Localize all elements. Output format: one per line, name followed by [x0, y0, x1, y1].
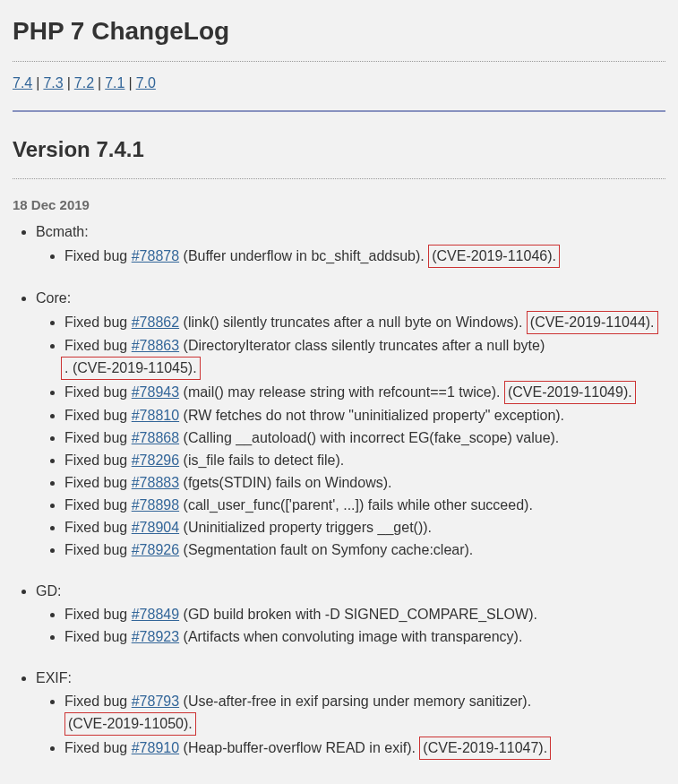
bug-item: Fixed bug #78296 (is_file fails to detec…	[64, 450, 665, 471]
bug-link[interactable]: #78862	[132, 314, 179, 330]
section-name: Core:	[36, 290, 71, 306]
bug-prefix: Fixed bug	[64, 542, 132, 557]
section-item: Bcmath:Fixed bug #78878 (Buffer underflo…	[36, 221, 665, 268]
bug-description: (call_user_func(['parent', ...]) fails w…	[179, 497, 533, 513]
bug-item: Fixed bug #78898 (call_user_func(['paren…	[64, 495, 665, 516]
bug-link[interactable]: #78868	[132, 430, 179, 445]
page-title: PHP 7 ChangeLog	[13, 13, 665, 62]
bug-item: Fixed bug #78923 (Artifacts when convolu…	[64, 626, 665, 648]
bug-prefix: Fixed bug	[64, 497, 132, 513]
bug-description: (Calling __autoload() with incorrect EG(…	[179, 430, 559, 445]
bug-prefix: Fixed bug	[64, 475, 132, 490]
version-link[interactable]: 7.3	[43, 75, 63, 90]
bug-description: (Uninitialized property triggers __get()…	[179, 520, 432, 535]
bug-prefix: Fixed bug	[64, 740, 132, 755]
bug-description: (Artifacts when convoluting image with t…	[179, 629, 522, 644]
bug-link[interactable]: #78926	[132, 542, 179, 557]
cve-badge: (CVE-2019-11047).	[419, 737, 551, 760]
bug-link[interactable]: #78878	[132, 248, 179, 263]
nav-separator: |	[36, 75, 39, 90]
bug-description: (Buffer underflow in bc_shift_addsub).	[179, 248, 428, 263]
bug-item: Fixed bug #78862 (link() silently trunca…	[64, 311, 665, 334]
changelog-sections: Bcmath:Fixed bug #78878 (Buffer underflo…	[13, 221, 665, 785]
bug-description: (Use-after-free in exif parsing under me…	[179, 694, 531, 709]
version-link[interactable]: 7.2	[74, 75, 94, 90]
nav-separator: |	[98, 75, 101, 90]
nav-separator: |	[128, 75, 132, 90]
bug-prefix: Fixed bug	[64, 338, 132, 353]
bug-description: (Heap-buffer-overflow READ in exif).	[179, 740, 419, 755]
bug-list: Fixed bug #78862 (link() silently trunca…	[36, 311, 665, 561]
bug-item: Fixed bug #78910 (Heap-buffer-overflow R…	[64, 737, 665, 760]
bug-link[interactable]: #78793	[132, 694, 179, 709]
bug-list: Fixed bug #78849 (GD build broken with -…	[36, 604, 665, 648]
bug-prefix: Fixed bug	[64, 430, 132, 445]
version-nav: 7.4|7.3|7.2|7.1|7.0	[13, 73, 665, 112]
bug-item: Fixed bug #78793 (Use-after-free in exif…	[64, 691, 665, 736]
bug-link[interactable]: #78904	[132, 520, 179, 535]
cve-badge: (CVE-2019-11046).	[428, 245, 560, 268]
cve-badge: (CVE-2019-11049).	[504, 381, 636, 404]
cve-badge: (CVE-2019-11050).	[64, 712, 196, 736]
bug-description: (RW fetches do not throw "uninitialized …	[179, 408, 564, 423]
bug-prefix: Fixed bug	[64, 607, 132, 622]
bug-prefix: Fixed bug	[64, 520, 132, 535]
cve-badge: (CVE-2019-11044).	[527, 311, 658, 334]
bug-description: (GD build broken with -D SIGNED_COMPARE_…	[179, 607, 537, 622]
section-item: Core:Fixed bug #78862 (link() silently t…	[36, 288, 665, 561]
bug-link[interactable]: #78898	[132, 497, 179, 513]
bug-link[interactable]: #78943	[132, 384, 179, 400]
bug-list: Fixed bug #78793 (Use-after-free in exif…	[36, 691, 665, 760]
bug-item: Fixed bug #78868 (Calling __autoload() w…	[64, 427, 665, 449]
version-link[interactable]: 7.1	[105, 75, 124, 90]
bug-description: (DirectoryIterator class silently trunca…	[179, 338, 545, 353]
section-name: GD:	[36, 583, 61, 599]
version-link[interactable]: 7.4	[13, 75, 32, 90]
version-link[interactable]: 7.0	[136, 75, 156, 90]
bug-description: (mail() may release string with refcount…	[179, 384, 504, 400]
bug-prefix: Fixed bug	[64, 694, 132, 709]
cve-badge: . (CVE-2019-11045).	[61, 357, 201, 380]
bug-item: Fixed bug #78926 (Segmentation fault on …	[64, 539, 665, 561]
release-date: 18 Dec 2019	[13, 195, 665, 216]
bug-prefix: Fixed bug	[64, 314, 132, 330]
bug-prefix: Fixed bug	[64, 248, 132, 263]
bug-description: (fgets(STDIN) fails on Windows).	[179, 475, 391, 490]
version-heading: Version 7.4.1	[13, 134, 665, 179]
section-item: FPM:Fixed bug #76601 (Partially working …	[36, 780, 665, 785]
bug-description: (is_file fails to detect file).	[179, 452, 344, 468]
bug-list: Fixed bug #78878 (Buffer underflow in bc…	[36, 245, 665, 268]
section-item: GD:Fixed bug #78849 (GD build broken wit…	[36, 581, 665, 648]
section-name: Bcmath:	[36, 224, 89, 239]
bug-item: Fixed bug #78810 (RW fetches do not thro…	[64, 405, 665, 426]
bug-item: Fixed bug #78883 (fgets(STDIN) fails on …	[64, 472, 665, 494]
bug-prefix: Fixed bug	[64, 629, 132, 644]
bug-link[interactable]: #78863	[132, 338, 179, 353]
bug-item: Fixed bug #78904 (Uninitialized property…	[64, 517, 665, 538]
bug-item: Fixed bug #78878 (Buffer underflow in bc…	[64, 245, 665, 268]
bug-item: Fixed bug #78863 (DirectoryIterator clas…	[64, 335, 665, 380]
bug-link[interactable]: #78849	[132, 607, 179, 622]
bug-prefix: Fixed bug	[64, 384, 132, 400]
section-name: EXIF:	[36, 670, 72, 685]
bug-item: Fixed bug #78849 (GD build broken with -…	[64, 604, 665, 625]
bug-link[interactable]: #78910	[132, 740, 179, 755]
bug-item: Fixed bug #78943 (mail() may release str…	[64, 381, 665, 404]
bug-link[interactable]: #78923	[132, 629, 179, 644]
nav-separator: |	[67, 75, 71, 90]
bug-description: (Segmentation fault on Symfony cache:cle…	[179, 542, 473, 557]
bug-prefix: Fixed bug	[64, 408, 132, 423]
bug-description: (link() silently truncates after a null …	[179, 314, 527, 330]
bug-link[interactable]: #78810	[132, 408, 179, 423]
section-item: EXIF:Fixed bug #78793 (Use-after-free in…	[36, 668, 665, 760]
bug-link[interactable]: #78883	[132, 475, 179, 490]
bug-prefix: Fixed bug	[64, 452, 132, 468]
bug-link[interactable]: #78296	[132, 452, 179, 468]
